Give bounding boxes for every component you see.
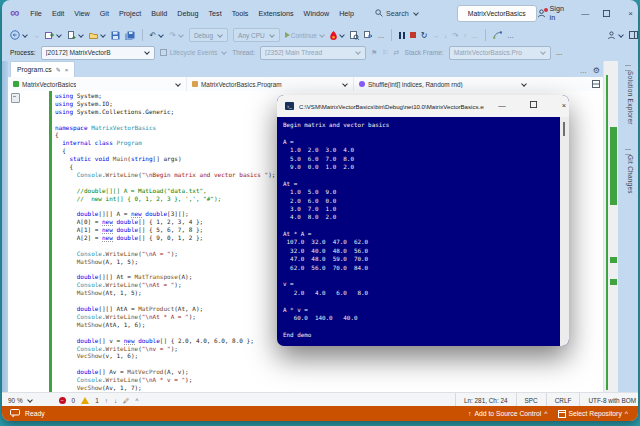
tabstrip-overflow-button[interactable]: …: [580, 67, 587, 74]
thread-dropdown[interactable]: [2352] Main Thread: [260, 46, 366, 60]
console-minimize-button[interactable]: —: [489, 95, 515, 117]
break-all-button[interactable]: [399, 32, 405, 39]
console-scrollbar[interactable]: [560, 117, 569, 346]
tabstrip-settings-icon[interactable]: ⚙: [593, 66, 600, 75]
code-line[interactable]: [55, 360, 275, 368]
code-line[interactable]: [55, 242, 275, 250]
code-line[interactable]: MatShow(AtA, 1, 6);: [55, 321, 275, 329]
menu-edit[interactable]: Edit: [47, 7, 69, 20]
menu-git[interactable]: Git: [95, 7, 114, 20]
debug-overflow-button[interactable]: …: [472, 32, 479, 39]
add-to-source-control-button[interactable]: ↑Add to Source Control^: [468, 410, 547, 417]
solution-configurations-dropdown[interactable]: Debug: [189, 28, 228, 42]
save-all-button[interactable]: [125, 31, 135, 40]
caret-position[interactable]: Ln: 281, Ch: 24: [455, 393, 516, 407]
close-tab-icon[interactable]: ×: [65, 67, 69, 73]
find-in-files-button[interactable]: [350, 31, 359, 40]
code-line[interactable]: Console.WriteLine("\nv = ");: [55, 345, 275, 353]
add-item-button[interactable]: [67, 31, 84, 40]
code-cleanup-icon[interactable]: 🖉: [123, 397, 129, 404]
code-map-button[interactable]: [493, 31, 502, 39]
stack-frame-dropdown[interactable]: MatrixVectorBasics.Pro: [449, 46, 551, 60]
menu-help[interactable]: Help: [334, 7, 359, 20]
code-line[interactable]: double[] v = new double[] { 2.0, 4.0, 6.…: [55, 337, 275, 345]
menu-view[interactable]: View: [69, 7, 94, 20]
code-line[interactable]: A[0] = new double[] { 1, 2, 3, 4 };: [55, 218, 275, 226]
flag-threads-icon[interactable]: ⚑: [371, 49, 377, 57]
code-line[interactable]: Console.WriteLine("\nA = ");: [55, 250, 275, 258]
code-line[interactable]: [55, 202, 275, 210]
member-dropdown[interactable]: Shuffle(int[] indices, Random rnd): [354, 77, 532, 91]
console-window[interactable]: ›_ C:\VSM\MatrixVectorBasics\bin\Debug\n…: [277, 95, 569, 346]
redo-button[interactable]: ↷: [169, 31, 184, 40]
menu-test[interactable]: Test: [203, 7, 226, 20]
lifecycle-events-button[interactable]: Lifecycle Events: [160, 49, 228, 56]
menu-tools[interactable]: Tools: [227, 7, 254, 20]
code-line[interactable]: Console.WriteLine("\nAt * A = ");: [55, 313, 275, 321]
menu-build[interactable]: Build: [146, 7, 172, 20]
extra-overflow-button[interactable]: …: [507, 32, 514, 39]
code-line[interactable]: {: [55, 131, 275, 139]
code-line[interactable]: Console.WriteLine("\nA * v = ");: [55, 376, 275, 384]
code-line[interactable]: {: [55, 163, 275, 171]
toolbar-overflow-button[interactable]: …: [378, 32, 385, 39]
code-line[interactable]: double[][] AtA = MatProduct(At, A);: [55, 305, 275, 313]
menu-debug[interactable]: Debug: [172, 7, 203, 20]
menu-extensions[interactable]: Extensions: [253, 7, 298, 20]
live-share-button[interactable]: [607, 31, 624, 40]
show-next-statement-button[interactable]: →: [433, 32, 440, 39]
code-line[interactable]: static void Main(string[] args): [55, 155, 275, 163]
minimize-button[interactable]: —: [580, 9, 591, 18]
code-line[interactable]: MatShow(A, 1, 5);: [55, 258, 275, 266]
next-issue-button[interactable]: ↓: [114, 397, 117, 404]
hot-reload-button[interactable]: [330, 31, 345, 40]
menu-project[interactable]: Project: [114, 7, 146, 20]
code-line[interactable]: double[][] At = MatTranspose(A);: [55, 273, 275, 281]
tab-solution-explorer[interactable]: Solution Explorer: [627, 71, 634, 125]
menu-file[interactable]: File: [25, 7, 47, 20]
step-over-button[interactable]: ↷: [452, 31, 458, 40]
code-line[interactable]: double[][] A = new double[3][];: [55, 210, 275, 218]
toggle-flagged-icon[interactable]: ⇄: [394, 49, 400, 57]
console-scrollbar-thumb[interactable]: [563, 122, 565, 136]
tab-program-cs[interactable]: Program.cs ✎ ×: [10, 61, 75, 77]
zoom-dropdown[interactable]: 90 %: [8, 397, 33, 404]
code-line[interactable]: A[1] = new double[] { 5, 6, 7, 8 };: [55, 226, 275, 234]
split-window-icon[interactable]: [592, 80, 600, 88]
code-line[interactable]: [55, 266, 275, 274]
warnings-icon[interactable]: [81, 397, 89, 404]
code-line[interactable]: double[] Av = MatVecProd(A, v);: [55, 368, 275, 376]
step-into-button[interactable]: ↓: [444, 32, 447, 39]
step-out-button[interactable]: ↑: [464, 32, 467, 39]
solution-name-badge[interactable]: MatrixVectorBasics: [457, 5, 537, 22]
line-ending[interactable]: CRLF: [546, 393, 580, 407]
errors-icon[interactable]: –: [59, 397, 66, 404]
solution-platforms-dropdown[interactable]: Any CPU: [233, 28, 280, 42]
unflag-threads-icon[interactable]: ⚐: [382, 49, 388, 57]
menu-window[interactable]: Window: [299, 7, 335, 20]
code-line[interactable]: MatShow(At, 1, 5);: [55, 289, 275, 297]
console-close-button[interactable]: ×: [551, 95, 569, 117]
prev-issue-button[interactable]: ↑: [105, 397, 108, 404]
indent-mode[interactable]: SPC: [516, 393, 546, 407]
procbar-overflow-button[interactable]: …: [556, 49, 563, 56]
code-line[interactable]: [55, 297, 275, 305]
solution-explorer-sync-button[interactable]: [364, 31, 373, 40]
project-dropdown[interactable]: MatrixVectorBasics: [8, 77, 187, 91]
code-line[interactable]: VecShow(v, 1, 6);: [55, 352, 275, 360]
console-title-bar[interactable]: ›_ C:\VSM\MatrixVectorBasics\bin\Debug\n…: [277, 95, 569, 117]
search-box[interactable]: Search: [371, 7, 423, 20]
navigate-forward-button[interactable]: →: [33, 32, 40, 39]
tab-git-changes[interactable]: Git Changes: [627, 155, 634, 194]
code-line[interactable]: Console.WriteLine("\nBegin matrix and ve…: [55, 171, 275, 179]
code-line[interactable]: using System;: [55, 92, 275, 100]
navigate-back-button[interactable]: [10, 30, 28, 40]
code-line[interactable]: Console.WriteLine("\nAt = ");: [55, 281, 275, 289]
code-line[interactable]: // new int[] { 0, 1, 2, 3 }, ',', "#");: [55, 195, 275, 203]
restart-button[interactable]: ↻: [421, 31, 428, 40]
editor-scrollbar[interactable]: [603, 61, 618, 392]
errors-count[interactable]: 0: [72, 397, 76, 404]
code-line[interactable]: namespace MatrixVectorBasics: [55, 124, 275, 132]
code-line[interactable]: A[2] = new double[] { 9, 0, 1, 2 };: [55, 234, 275, 242]
continue-button[interactable]: Continue: [285, 32, 325, 39]
